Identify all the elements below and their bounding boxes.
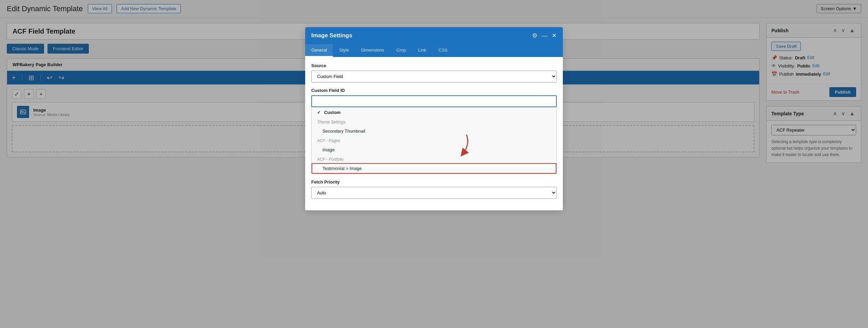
modal-title: Image Settings xyxy=(311,32,352,39)
dropdown-section-acf-pages: ACF - Pages xyxy=(312,136,556,144)
source-label: Source xyxy=(311,63,557,68)
custom-field-input[interactable] xyxy=(311,95,557,107)
dropdown-item-testimonial-image[interactable]: Testimonial > Image xyxy=(312,163,556,174)
dropdown-item-custom[interactable]: Custom xyxy=(312,107,556,118)
tab-link[interactable]: Link xyxy=(412,44,432,57)
tab-general[interactable]: General xyxy=(305,44,333,57)
modal-body: Source Custom Field Media Library Extern… xyxy=(305,57,563,174)
arrow-wrapper: ACF - Portfolio Testimonial > Image xyxy=(312,155,556,174)
dropdown-item-image[interactable]: image xyxy=(312,144,556,155)
dropdown-section-theme: Theme Settings xyxy=(312,118,556,126)
image-settings-modal: Image Settings ⚙ — ✕ General Style Dimen… xyxy=(305,27,563,174)
tab-dimensions[interactable]: Dimensions xyxy=(355,44,390,57)
tab-css[interactable]: CSS xyxy=(432,44,454,57)
modal-minimize-icon[interactable]: — xyxy=(541,32,548,39)
modal-header-actions: ⚙ — ✕ xyxy=(532,32,557,39)
dropdown-item-secondary-thumbnail[interactable]: Secondary Thumbnail xyxy=(312,126,556,136)
custom-field-id-label: Custom Field ID xyxy=(311,88,557,93)
modal-tabs: General Style Dimensions Crop Link CSS xyxy=(305,44,563,57)
tab-crop[interactable]: Crop xyxy=(390,44,412,57)
source-select[interactable]: Custom Field Media Library External Link xyxy=(311,71,557,82)
modal-settings-icon[interactable]: ⚙ xyxy=(532,32,537,39)
modal-close-icon[interactable]: ✕ xyxy=(552,32,557,39)
dropdown-section-acf-portfolio: ACF - Portfolio xyxy=(312,155,556,163)
custom-field-section: Custom Theme Settings Secondary Thumbnai… xyxy=(311,95,557,174)
tab-style[interactable]: Style xyxy=(333,44,355,57)
modal-header: Image Settings ⚙ — ✕ xyxy=(305,27,563,44)
custom-field-dropdown: Custom Theme Settings Secondary Thumbnai… xyxy=(311,107,557,174)
modal-overlay[interactable]: Image Settings ⚙ — ✕ General Style Dimen… xyxy=(0,0,868,174)
